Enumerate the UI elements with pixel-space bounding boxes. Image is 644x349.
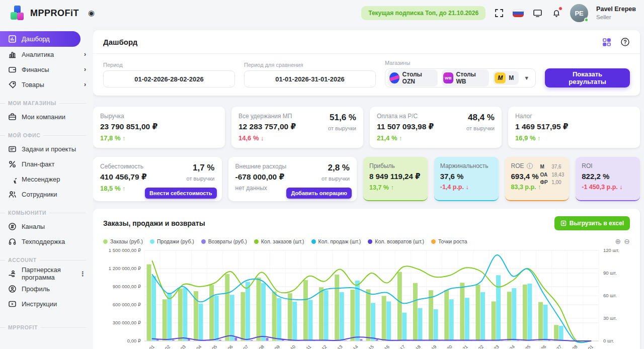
chevron-right-icon: › (84, 66, 86, 73)
yandex-market-logo-icon: M (495, 72, 506, 83)
highlight-card-roi: ROI 822,2 % -1 450,3 p.p. ↓ (576, 157, 640, 201)
kpi-card-mp-fees: Все удержания МП 12 283 757,00 ₽ 14,6 % … (231, 107, 363, 148)
hash-circle-icon (8, 222, 17, 231)
trend-down-badge: -1 450,3 p.p. ↓ (582, 184, 634, 191)
sidebar-item-finance[interactable]: Финансы› (0, 62, 93, 77)
legend-label: Кол. заказов (шт.) (261, 238, 304, 244)
chart-title: Заказы, продажи и возвраты (103, 219, 205, 227)
legend-item[interactable]: Возвраты (руб.) (201, 238, 247, 244)
sidebar-item-messenger[interactable]: Мессенджер (0, 171, 93, 187)
period-field: Период (103, 62, 235, 88)
period-input[interactable] (103, 70, 235, 88)
add-operation-button[interactable]: Добавить операцию (286, 188, 352, 199)
zoom-in-icon[interactable]: ⊕ (615, 237, 621, 245)
tag-icon (8, 80, 17, 89)
shop-chip-wb[interactable]: WB Столы WB (442, 69, 489, 86)
sidebar-item-instructions[interactable]: Инструкции (0, 296, 93, 311)
trend-up-badge: 17,8 % ↑ (100, 134, 218, 142)
orders-sales-returns-chart[interactable]: 0,00 ₽300 000,00 ₽600 000,00 ₽900 000,00… (103, 246, 630, 349)
kpi-card-revenue: Выручка 23 790 851,00 ₽ 17,8 % ↑ (93, 107, 225, 148)
highlight-card-roe: ROE i 693,4 % 83,3 p.p. ↑ М 37,6 ОА 18,4… (505, 157, 570, 201)
more-icon[interactable]: ⋮ (79, 270, 86, 278)
period-label: Период (103, 62, 235, 68)
sidebar-item-plan-fact[interactable]: План-факт (0, 156, 93, 171)
help-icon[interactable] (620, 37, 630, 47)
svg-text:900 000,00 ₽: 900 000,00 ₽ (113, 284, 141, 289)
kpi-card-external-expenses: Внешние расходы -678 000,00 ₽ нет данных… (228, 157, 357, 201)
sidebar-item-companies[interactable]: Мои компании (0, 109, 93, 124)
sidebar-item-tasks[interactable]: Задачи и проекты (0, 141, 93, 156)
sidebar-item-support[interactable]: Техподдержка (0, 234, 93, 249)
legend-item[interactable]: Кол. заказов (шт.) (254, 238, 304, 244)
enter-cost-price-button[interactable]: Внести себестоимость (145, 188, 216, 199)
sidebar-item-analytics[interactable]: Аналитика› (0, 47, 93, 62)
user-avatar[interactable]: PE (570, 4, 588, 22)
sidebar-section-shops: МОИ МАГАЗИНЫ (0, 100, 93, 106)
subscription-badge[interactable]: Текущая подписка Топ, до 21.10.2026 (361, 6, 486, 20)
zoom-out-icon[interactable]: ⊖ (624, 237, 630, 245)
legend-item[interactable]: Заказы (руб.) (103, 238, 143, 244)
sidebar-item-partner-program[interactable]: Партнерская программа ⋮ (0, 266, 93, 281)
roe-metrics: М 37,6 ОА 18,43 ФР 1,00 (540, 163, 564, 187)
notification-dot (558, 7, 562, 11)
sidebar-item-goods[interactable]: Товары› (0, 77, 93, 92)
legend-dot-icon (103, 239, 108, 244)
legend-dot-icon (201, 239, 206, 244)
svg-text:1 200 000,00 ₽: 1 200 000,00 ₽ (109, 266, 141, 271)
sidebar-item-profile[interactable]: Профиль (0, 281, 93, 296)
widgets-grid-icon[interactable] (602, 38, 611, 47)
briefcase-icon (8, 113, 17, 121)
chart-legend: Заказы (руб.)Продажи (руб.)Возвраты (руб… (103, 237, 630, 245)
legend-item[interactable]: Точки роста (431, 238, 467, 244)
brand-logo[interactable]: MPPROFiT (10, 6, 79, 21)
svg-text:60 шт.: 60 шт. (603, 293, 617, 298)
sidebar-section-office: МОЙ ОФИС (0, 132, 93, 138)
info-icon[interactable]: i (527, 163, 533, 169)
user-meta[interactable]: Pavel Егерев Seller (596, 6, 636, 21)
user-role: Seller (596, 14, 636, 21)
page-title: Дашборд (103, 38, 137, 46)
trend-up-badge: 16,9 % ↑ (515, 134, 633, 142)
sidebar-item-channels[interactable]: Каналы (0, 219, 93, 234)
trend-up-badge: 13,7 % ↑ (369, 184, 422, 191)
legend-dot-icon (254, 239, 259, 244)
dashboard-header-card: Дашборд Период Период для сравнения (93, 30, 640, 96)
chevron-down-icon: ▼ (524, 75, 529, 81)
kpi-card-payout: Оплата на Р/С 11 507 093,98 ₽ 21,4 % ↑ 4… (370, 107, 502, 148)
legend-label: Кол. возвратов (шт.) (375, 238, 424, 244)
legend-item[interactable]: Кол. возвратов (шт.) (368, 238, 424, 244)
task-card-icon (8, 145, 17, 153)
fullscreen-icon[interactable] (494, 8, 505, 19)
svg-text:120 шт.: 120 шт. (603, 247, 619, 253)
online-status-dot (584, 18, 589, 22)
partner-hand-icon (8, 270, 17, 278)
divider (93, 53, 640, 54)
language-flag-icon[interactable] (513, 8, 524, 19)
legend-dot-icon (431, 239, 436, 244)
notifications-bell-icon[interactable] (551, 8, 562, 19)
shop-chip-ozon[interactable]: Столы OZN (388, 69, 438, 86)
legend-item[interactable]: Кол. продаж (шт.) (311, 238, 361, 244)
legend-item[interactable]: Продажи (руб.) (150, 238, 194, 244)
kpi-card-tax: Налог 1 469 517,95 ₽ 16,9 % ↑ (508, 107, 640, 148)
highlight-card-profit: Прибыль 8 949 119,24 ₽ 13,7 % ↑ (363, 157, 428, 201)
export-excel-button[interactable]: Выгрузить в excel (554, 216, 630, 230)
compare-period-input[interactable] (244, 70, 376, 88)
shops-select[interactable]: Столы OZN WB Столы WB M M ▼ (385, 68, 536, 88)
record-toggle-icon[interactable]: ◉ (88, 9, 95, 18)
excel-icon (560, 220, 567, 226)
sidebar-section-footer: MPPROFIT (0, 324, 93, 330)
sidebar-item-dashboard[interactable]: Дашборд (0, 31, 80, 47)
shops-label: Магазины (385, 60, 536, 66)
shop-chip-yandex-market[interactable]: M M (493, 71, 519, 85)
sidebar-section-community: КОМЬЮНИТИ (0, 210, 93, 216)
sidebar-item-staff[interactable]: Сотрудники (0, 187, 93, 202)
legend-dot-icon (368, 239, 372, 244)
dashboard-icon (8, 35, 17, 43)
main-content: Дашборд Период Период для сравнения (93, 26, 644, 349)
percent-icon (8, 160, 17, 168)
topbar: MPPROFiT ◉ Текущая подписка Топ, до 21.1… (0, 0, 644, 26)
show-results-button[interactable]: Показать результаты (545, 68, 630, 88)
legend-label: Продажи (руб.) (157, 238, 194, 244)
monitor-icon[interactable] (532, 8, 543, 19)
